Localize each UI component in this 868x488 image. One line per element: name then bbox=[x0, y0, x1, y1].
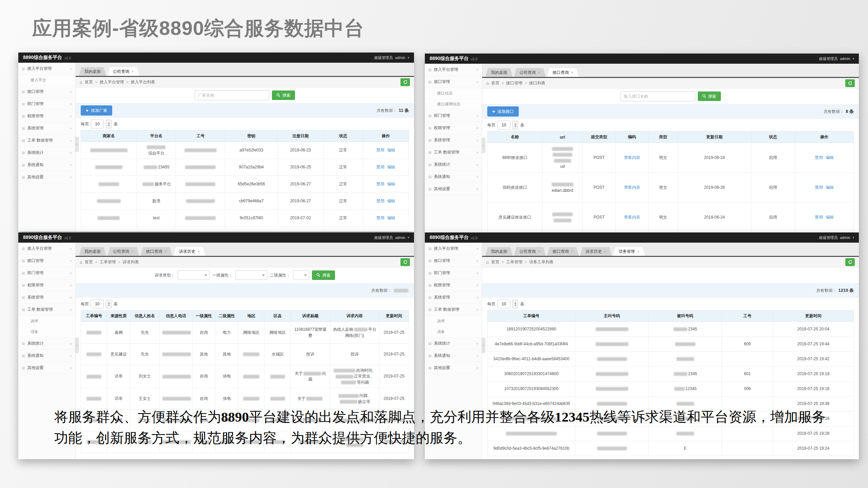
sidebar-collapse-handle[interactable]: < bbox=[75, 137, 79, 152]
refresh-button[interactable] bbox=[400, 258, 410, 266]
refresh-button[interactable] bbox=[845, 258, 855, 266]
tab-公司查询[interactable]: 公司查询× bbox=[107, 247, 139, 256]
breadcrumb-item[interactable]: 首页 bbox=[491, 259, 499, 265]
breadcrumb-item[interactable]: 首页 bbox=[491, 80, 499, 86]
filter-select[interactable] bbox=[293, 270, 309, 280]
action-link[interactable]: 编辑 bbox=[387, 216, 395, 220]
action-link[interactable]: 禁用 bbox=[376, 165, 384, 169]
refresh-button[interactable] bbox=[845, 79, 855, 87]
sidebar-item[interactable]: ▤工单 数据管理∨ bbox=[18, 135, 75, 147]
sidebar-subitem[interactable]: 接口调用信息 bbox=[425, 99, 482, 110]
per-page-spinner[interactable] bbox=[106, 120, 112, 128]
sidebar-item[interactable]: ▤系统通知∨ bbox=[18, 159, 75, 171]
close-icon[interactable]: × bbox=[538, 70, 540, 75]
sidebar-item[interactable]: ▤部门管理∨ bbox=[18, 98, 75, 110]
close-icon[interactable]: × bbox=[637, 249, 639, 253]
action-link[interactable]: 查看内容 bbox=[624, 185, 640, 190]
action-link[interactable]: 编辑 bbox=[387, 148, 395, 152]
sidebar-item[interactable]: ▤接入平台管理∨ bbox=[425, 64, 482, 76]
sidebar-item[interactable]: ▤工单 数据管理∧ bbox=[425, 304, 482, 316]
action-link[interactable]: 禁用 bbox=[376, 216, 384, 220]
sidebar-item[interactable]: ▤系统统计∨ bbox=[425, 338, 482, 350]
action-link[interactable]: 查看内容 bbox=[624, 155, 640, 160]
tab-我的桌面[interactable]: 我的桌面 bbox=[79, 67, 106, 76]
action-link[interactable]: 编辑 bbox=[387, 165, 395, 169]
sidebar-item[interactable]: ▤接口管理∧ bbox=[425, 76, 482, 88]
close-icon[interactable]: × bbox=[132, 69, 134, 74]
sidebar-subitem[interactable]: 话务 bbox=[18, 327, 75, 338]
tab-接口查询[interactable]: 接口查询× bbox=[547, 247, 578, 256]
search-input[interactable] bbox=[195, 90, 269, 100]
tab-公司查询[interactable]: 公司查询× bbox=[107, 67, 139, 76]
sidebar-item[interactable]: ▤系统通知∨ bbox=[18, 350, 75, 362]
user-menu[interactable]: 超级管理员admin▾ bbox=[819, 56, 854, 61]
add-button[interactable]: +添加接口 bbox=[487, 106, 519, 117]
tab-话务管理[interactable]: 话务管理× bbox=[613, 247, 645, 256]
action-link[interactable]: 编辑 bbox=[826, 185, 834, 190]
close-icon[interactable]: × bbox=[571, 70, 573, 75]
per-page-input[interactable]: 10 bbox=[91, 300, 104, 308]
search-button[interactable]: 搜索 bbox=[312, 270, 335, 280]
action-link[interactable]: 禁用 bbox=[815, 155, 823, 160]
user-menu[interactable]: 超级管理员admin▾ bbox=[374, 55, 410, 60]
sidebar-item[interactable]: ▤部门管理∨ bbox=[18, 267, 75, 279]
sidebar-item[interactable]: ▤其他设置∨ bbox=[425, 362, 482, 374]
action-link[interactable]: 禁用 bbox=[376, 199, 384, 203]
filter-select[interactable] bbox=[235, 270, 267, 280]
sidebar-item[interactable]: ▤其他设置∨ bbox=[18, 171, 75, 183]
sidebar-item[interactable]: ▤系统管理∨ bbox=[18, 291, 75, 304]
sidebar-item[interactable]: ▤接口管理∨ bbox=[425, 255, 482, 267]
refresh-button[interactable] bbox=[400, 78, 410, 86]
sidebar-collapse-handle[interactable]: < bbox=[481, 338, 485, 353]
sidebar-item[interactable]: ▤系统统计∨ bbox=[18, 338, 75, 350]
sidebar-item[interactable]: ▤接入平台管理∧ bbox=[18, 63, 75, 75]
tab-接口查询[interactable]: 接口查询× bbox=[140, 247, 172, 256]
action-link[interactable]: 编辑 bbox=[387, 199, 395, 203]
search-button[interactable]: 搜索 bbox=[698, 92, 721, 101]
sidebar-collapse-handle[interactable]: < bbox=[481, 138, 485, 153]
per-page-spinner[interactable] bbox=[512, 121, 518, 129]
sidebar-item[interactable]: ▤系统通知∨ bbox=[425, 171, 482, 183]
sidebar-subitem[interactable]: 话务 bbox=[425, 327, 482, 338]
action-link[interactable]: 禁用 bbox=[815, 185, 823, 190]
breadcrumb-item[interactable]: 接口管理 bbox=[506, 80, 522, 86]
per-page-spinner[interactable] bbox=[106, 300, 112, 308]
close-icon[interactable]: × bbox=[132, 249, 134, 253]
sidebar-item[interactable]: ▤权限管理∨ bbox=[18, 110, 75, 122]
tab-诉求历史[interactable]: 诉求历史× bbox=[174, 247, 205, 256]
action-link[interactable]: 禁用 bbox=[815, 215, 823, 220]
breadcrumb-item[interactable]: 首页 bbox=[85, 259, 93, 265]
per-page-spinner[interactable] bbox=[512, 300, 518, 308]
sidebar-item[interactable]: ▤系统通知∨ bbox=[425, 350, 482, 362]
close-icon[interactable]: × bbox=[538, 249, 540, 253]
per-page-input[interactable]: 10 bbox=[497, 300, 510, 308]
sidebar-item[interactable]: ▤工单 数据管理∧ bbox=[18, 304, 75, 316]
user-menu[interactable]: 超级管理员admin▾ bbox=[374, 235, 410, 240]
sidebar-item[interactable]: ▤系统管理∨ bbox=[425, 134, 482, 146]
sidebar-item[interactable]: ▤其他设置∨ bbox=[425, 183, 482, 195]
breadcrumb-item[interactable]: 工单管理 bbox=[100, 259, 116, 265]
tab-接口查询[interactable]: 接口查询× bbox=[547, 68, 578, 77]
add-button[interactable]: +添加厂家 bbox=[81, 105, 112, 116]
sidebar-item[interactable]: ▤部门管理∨ bbox=[425, 267, 482, 279]
tab-我的桌面[interactable]: 我的桌面 bbox=[486, 68, 513, 77]
sidebar-subitem[interactable]: 诉求 bbox=[18, 316, 75, 327]
breadcrumb-item[interactable]: 工单管理 bbox=[506, 259, 522, 265]
tab-诉求历史[interactable]: 诉求历史× bbox=[580, 247, 612, 256]
tab-我的桌面[interactable]: 我的桌面 bbox=[79, 247, 106, 256]
sidebar-item[interactable]: ▤其他设置∨ bbox=[18, 362, 75, 374]
search-button[interactable]: 搜索 bbox=[272, 90, 295, 100]
close-icon[interactable]: × bbox=[571, 249, 573, 253]
sidebar-item[interactable]: ▤部门管理∨ bbox=[425, 110, 482, 122]
sidebar-item[interactable]: ▤接口管理∨ bbox=[18, 86, 75, 98]
sidebar-item[interactable]: ▤系统管理∨ bbox=[18, 122, 75, 135]
user-menu[interactable]: 超级管理员admin▾ bbox=[819, 235, 854, 240]
sidebar-item[interactable]: ▤工单 数据管理∨ bbox=[425, 146, 482, 159]
action-link[interactable]: 禁用 bbox=[376, 148, 384, 152]
sidebar-subitem[interactable]: 接入平台 bbox=[18, 75, 75, 86]
action-link[interactable]: 查看内容 bbox=[624, 215, 640, 220]
action-link[interactable]: 禁用 bbox=[376, 182, 384, 186]
sidebar-item[interactable]: ▤系统统计∨ bbox=[425, 159, 482, 171]
sidebar-item[interactable]: ▤权限管理∨ bbox=[425, 122, 482, 134]
action-link[interactable]: 编辑 bbox=[826, 215, 834, 220]
